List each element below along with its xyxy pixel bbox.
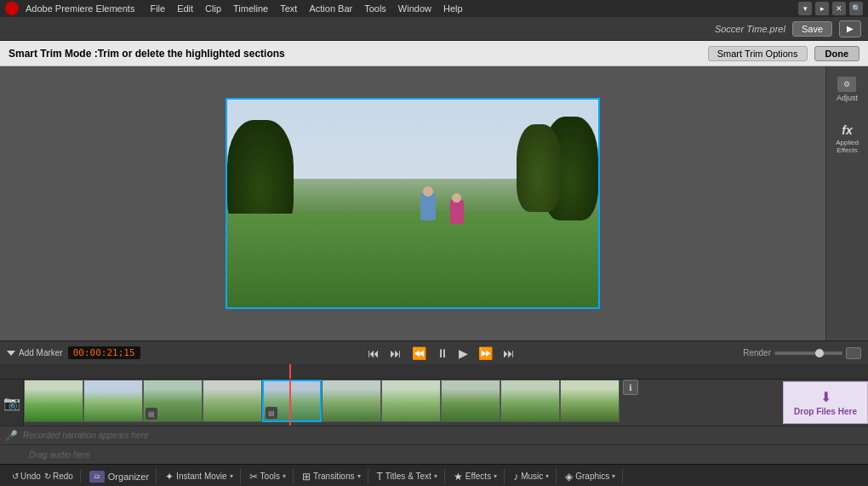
render-end-button[interactable] [846,347,861,359]
drop-files-zone[interactable]: ⬇ Drop Files Here [783,381,868,424]
thumbnail-1[interactable] [24,380,83,422]
tools-label: Tools [260,472,280,481]
transitions-label: Transitions [313,472,355,481]
narration-icon: 🎤 [5,430,18,442]
undo-redo-group: ↺ Undo ↻ Redo [5,470,81,483]
minimize-btn[interactable]: ▾ [798,2,812,15]
thumbnail-4[interactable] [203,380,262,422]
right-panel: ⚙ Adjust fx Applied Effects [825,66,868,340]
step-back-button[interactable]: ⏭ [387,347,404,359]
share-icon: ▶ [847,24,854,33]
project-name: Soccer Time.prel [715,24,785,34]
frame-back-button[interactable]: ⏪ [409,347,429,359]
add-marker-button[interactable]: Add Marker [7,348,63,357]
thumbnail-7[interactable] [381,380,441,422]
close-btn[interactable]: ✕ [832,2,846,15]
undo-icon: ↺ [12,472,19,481]
video-track: 📷 ▤ ▤ ℹ ⬇ Drop Files Here [0,380,868,426]
instant-movie-icon: ✦ [165,471,174,483]
video-track-label: 📷 [0,380,24,426]
thumbnail-2[interactable] [83,380,143,422]
adjust-panel-button[interactable]: ⚙ Adjust [833,73,861,106]
organizer-icon: 🗂 [89,471,105,483]
play-button[interactable]: ▶ [456,347,471,359]
render-slider[interactable] [774,352,842,355]
redo-button[interactable]: ↻ Redo [44,472,73,481]
render-label: Render [743,348,771,357]
thumbnail-6[interactable] [322,380,381,422]
save-button[interactable]: Save [792,21,832,37]
menu-tools[interactable]: Tools [359,3,391,14]
menu-timeline[interactable]: Timeline [228,3,273,14]
transitions-arrow: ▾ [357,472,361,480]
field-bg [227,214,598,307]
redo-icon: ↻ [44,472,51,481]
menu-clip[interactable]: Clip [200,3,226,14]
music-icon: ♪ [513,471,518,483]
redo-label: Redo [53,472,73,481]
thumbnail-5[interactable]: ▤ [262,380,322,422]
track-info-button[interactable]: ℹ [623,380,638,395]
marker-dropdown-icon [7,351,15,356]
render-section: Render [743,347,861,359]
transitions-icon: ⊞ [302,471,311,483]
instant-movie-button[interactable]: ✦ Instant Movie ▾ [158,469,240,484]
thumbnail-8[interactable] [441,380,500,422]
playhead-line [289,364,291,379]
done-button[interactable]: Done [814,46,860,61]
timeline-header [0,364,868,380]
smart-trim-label: Smart Trim Mode :Trim or delete the high… [9,48,701,60]
controls-bar: Add Marker 00:00:21;15 ⏮ ⏭ ⏪ ⏸ ▶ ⏩ ⏭ Ren… [0,340,868,364]
menu-edit[interactable]: Edit [172,3,198,14]
drop-files-text: Drop Files Here [794,407,857,417]
smart-trim-bar: Smart Trim Mode :Trim or delete the high… [0,41,868,66]
bottom-toolbar: ↺ Undo ↻ Redo 🗂 Organizer ✦ Instant Movi… [0,464,868,486]
video-frame[interactable] [226,98,600,309]
pause-button[interactable]: ⏸ [434,347,451,359]
drop-files-icon: ⬇ [820,389,831,405]
tools-button[interactable]: ✂ Tools ▾ [243,469,294,484]
smart-trim-options-button[interactable]: Smart Trim Options [708,46,808,61]
organizer-label: Organizer [108,472,149,482]
effects-button[interactable]: ★ Effects ▾ [447,469,505,484]
thumbnail-10[interactable] [560,380,620,422]
maximize-btn[interactable]: ▸ [815,2,829,15]
fx-panel-button[interactable]: fx Applied Effects [826,119,868,158]
menu-window[interactable]: Window [393,3,437,14]
instant-movie-label: Instant Movie [176,472,226,481]
graphics-button[interactable]: ◈ Graphics ▾ [558,469,623,484]
menu-text[interactable]: Text [275,3,302,14]
app-name: Adobe Premiere Elements [26,3,134,14]
share-button[interactable]: ▶ [839,20,861,37]
video-content [227,100,598,307]
timecode-display: 00:00:21;15 [68,346,140,359]
organizer-button[interactable]: 🗂 Organizer [83,469,157,484]
search-btn[interactable]: 🔍 [849,2,863,15]
graphics-label: Graphics [575,472,609,481]
transitions-button[interactable]: ⊞ Transitions ▾ [295,469,368,484]
graphics-arrow: ▾ [612,472,615,480]
thumbnail-9[interactable] [500,380,560,422]
fx-icon: fx [838,123,857,138]
menu-file[interactable]: File [145,3,170,14]
menu-help[interactable]: Help [438,3,468,14]
effects-arrow: ▾ [494,472,497,480]
skip-to-end-button[interactable]: ⏭ [500,347,517,359]
instant-movie-arrow: ▾ [230,472,233,480]
adjust-label: Adjust [837,94,858,102]
graphics-icon: ◈ [565,471,573,483]
titles-icon: T [377,471,383,483]
main-content: ⚙ Adjust fx Applied Effects [0,66,868,340]
undo-button[interactable]: ↺ Undo [12,472,41,481]
frame-forward-button[interactable]: ⏩ [476,347,495,359]
thumbnail-3[interactable]: ▤ [143,380,203,422]
thumbnails-container: ▤ ▤ ℹ [24,380,779,426]
titles-text-button[interactable]: T Titles & Text ▾ [370,469,445,484]
app-logo [5,2,19,15]
player2 [450,200,464,224]
adjust-icon: ⚙ [837,77,856,92]
skip-to-start-button[interactable]: ⏮ [365,347,382,359]
undo-label: Undo [20,472,41,481]
music-button[interactable]: ♪ Music ▾ [506,469,557,484]
menu-action-bar[interactable]: Action Bar [304,3,357,14]
